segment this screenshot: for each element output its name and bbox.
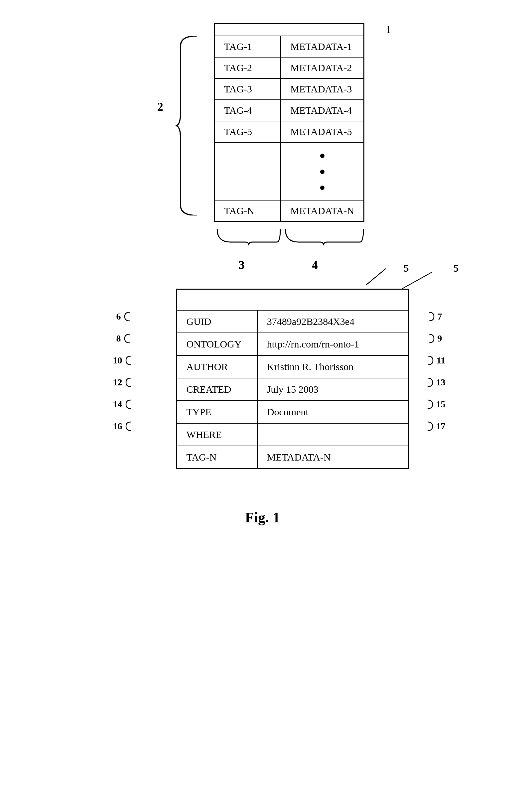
ref5-line-svg [396,265,449,292]
ref-right-15: 15 [424,399,446,410]
table-header-row [214,24,364,36]
detail-meta-where [257,423,408,446]
brace-left-8 [123,333,133,344]
brace-left-14 [124,399,134,409]
brace-right-11 [424,356,435,365]
meta-2-cell: METADATA-2 [281,57,364,78]
brace-2-svg [174,36,204,215]
ref-right-9: 9 [425,333,442,344]
table-row-4: TAG-4 METADATA-4 [214,100,364,121]
diagram-top: 1 2 TAG-1 METADATA-1 TAG-2 METADATA-2 [161,23,364,222]
brace-left-10 [124,356,134,365]
ref-label-3: 3 [239,258,245,272]
detail-row-tagn: TAG-N METADATA-N [177,446,408,469]
brace-right-15 [424,399,434,409]
table-row-1: TAG-1 METADATA-1 [214,36,364,57]
ref-label-2: 2 [157,100,163,114]
detail-row-created: CREATED July 15 2003 [177,378,408,401]
detail-header-row [177,289,408,310]
detail-tag-where: WHERE [177,423,257,446]
tag-4-cell: TAG-4 [214,100,281,121]
ref-left-10: 10 [113,355,134,366]
diagram-bottom: 5 6 8 10 12 14 [116,289,409,469]
ref-left-8: 8 [116,333,133,344]
diagram1-table: TAG-1 METADATA-1 TAG-2 METADATA-2 TAG-3 … [214,23,364,222]
meta-4-cell: METADATA-4 [281,100,364,121]
brace-right-9 [425,333,436,344]
table-row-2: TAG-2 METADATA-2 [214,57,364,78]
detail-meta-author: Kristinn R. Thorisson [257,356,408,378]
ref-right-7: 7 [425,311,442,322]
tag-3-cell: TAG-3 [214,78,281,100]
brace-left-6 [123,312,133,321]
table-container-1: 1 2 TAG-1 METADATA-1 TAG-2 METADATA-2 [214,23,364,222]
detail-meta-created: July 15 2003 [257,378,408,401]
detail-row-guid: GUID 37489a92B2384X3e4 [177,310,408,333]
page: 1 2 TAG-1 METADATA-1 TAG-2 METADATA-2 [0,0,525,812]
diagram2-table: GUID 37489a92B2384X3e4 ONTOLOGY http://r… [176,289,409,469]
table-row-3: TAG-3 METADATA-3 [214,78,364,100]
meta-3-cell: METADATA-3 [281,78,364,100]
dots-left-cell [214,142,281,200]
brace-left-16 [124,421,134,431]
brace-right-13 [424,377,434,387]
detail-tag-created: CREATED [177,378,257,401]
ref-right-17: 17 [424,421,446,432]
detail-row-type: TYPE Document [177,401,408,423]
ref-right-13: 13 [424,377,446,388]
ref-left-6: 6 [116,311,133,322]
ref-left-16: 16 [113,421,134,432]
ref-label-4: 4 [312,258,318,272]
bottom-braces-svg [214,225,433,262]
tag-n-cell: TAG-N [214,200,281,222]
tag-2-cell: TAG-2 [214,57,281,78]
svg-line-1 [402,272,432,289]
table-container-2: 5 6 8 10 12 14 [176,289,409,469]
detail-meta-n: METADATA-N [257,446,408,469]
meta-5-cell: METADATA-5 [281,121,364,142]
ref-left-14: 14 [113,399,134,410]
detail-row-where: WHERE [177,423,408,446]
ref5-label-diagram2: 5 [453,262,459,274]
table-row-n: TAG-N METADATA-N [214,200,364,222]
tag-5-cell: TAG-5 [214,121,281,142]
detail-tag-type: TYPE [177,401,257,423]
table-dots-row: ●●● [214,142,364,200]
meta-n-cell: METADATA-N [281,200,364,222]
brace-right-17 [424,421,434,431]
detail-row-ontology: ONTOLOGY http://rn.com/rn-onto-1 [177,333,408,356]
meta-1-cell: METADATA-1 [281,36,364,57]
ref-right-11: 11 [424,355,445,366]
ref5-connector-svg [332,265,399,292]
svg-line-0 [366,269,386,285]
detail-tag-ontology: ONTOLOGY [177,333,257,356]
table-row-5: TAG-5 METADATA-5 [214,121,364,142]
ref-label-1: 1 [386,23,391,35]
ref-left-12: 12 [113,377,134,388]
detail-meta-ontology: http://rn.com/rn-onto-1 [257,333,408,356]
tag-1-cell: TAG-1 [214,36,281,57]
detail-tag-guid: GUID [177,310,257,333]
brace-right-7 [425,312,436,321]
detail-meta-type: Document [257,401,408,423]
detail-meta-guid: 37489a92B2384X3e4 [257,310,408,333]
brace-left-12 [124,377,134,387]
detail-tag-author: AUTHOR [177,356,257,378]
figure-label: Fig. 1 [245,509,280,526]
detail-tag-n: TAG-N [177,446,257,469]
detail-row-author: AUTHOR Kristinn R. Thorisson [177,356,408,378]
dots-right-cell: ●●● [281,142,364,200]
